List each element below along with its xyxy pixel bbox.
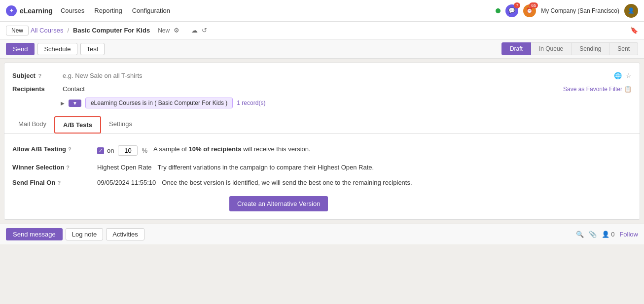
percent-input[interactable] — [118, 145, 138, 156]
ab-send-final-value: 09/05/2024 11:55:10 — [97, 179, 156, 186]
ab-tests-content: Allow A/B Testing ? ✓ on % A sample of 1… — [4, 134, 640, 219]
undo-icon[interactable]: ↺ — [202, 27, 207, 34]
save-icons: ☁ ↺ — [191, 27, 207, 34]
app-logo[interactable]: ✦ eLearning — [6, 5, 53, 16]
search-icon[interactable]: 🔍 — [576, 231, 584, 238]
allow-on-label: on — [107, 147, 114, 154]
nav-reporting[interactable]: Reporting — [94, 7, 122, 14]
status-in-queue[interactable]: In Queue — [531, 42, 572, 55]
recipients-row: Recipients Contact Save as Favorite Filt… — [12, 82, 632, 96]
follow-button[interactable]: Follow — [619, 231, 638, 238]
percent-sign: % — [142, 147, 147, 154]
sub-breadcrumb-new: New — [158, 27, 170, 34]
checkbox-checked-icon: ✓ — [97, 147, 104, 154]
bottom-right: 🔍 📎 👤 0 Follow — [576, 231, 638, 238]
top-navigation: ✦ eLearning Courses Reporting Configurat… — [0, 0, 644, 22]
subject-row: Subject ? 🌐 ☆ — [12, 69, 632, 82]
send-final-datetime[interactable]: 09/05/2024 11:55:10 — [97, 179, 156, 186]
filter-criteria: eLearning Courses is in ( Basic Computer… — [85, 98, 233, 108]
nav-configuration[interactable]: Configuration — [132, 7, 170, 14]
bottom-bar: Send message Log note Activities 🔍 📎 👤 0… — [0, 224, 644, 244]
save-filter[interactable]: Save as Favorite Filter 📋 — [563, 86, 632, 93]
create-alternative-version-button[interactable]: Create an Alternative Version — [229, 196, 328, 211]
logo-icon: ✦ — [6, 5, 17, 16]
main-content: Subject ? 🌐 ☆ Recipients Contact Save as… — [4, 63, 640, 220]
breadcrumb-separator: / — [67, 27, 69, 34]
status-draft[interactable]: Draft — [501, 42, 531, 55]
company-name: My Company (San Francisco) — [541, 7, 619, 14]
nav-courses[interactable]: Courses — [61, 7, 84, 14]
activity-count: 65 — [529, 2, 538, 8]
status-sending[interactable]: Sending — [572, 42, 609, 55]
star-icon[interactable]: ☆ — [626, 72, 632, 79]
ab-send-final-label: Send Final On ? — [12, 179, 91, 186]
send-message-button[interactable]: Send message — [6, 228, 63, 240]
recipients-label: Recipients — [12, 85, 57, 93]
followers-icon[interactable]: 👤 0 — [602, 231, 615, 238]
status-sent[interactable]: Sent — [609, 42, 638, 55]
log-note-button[interactable]: Log note — [66, 228, 104, 240]
ab-allow-help[interactable]: ? — [68, 146, 72, 152]
test-button[interactable]: Test — [80, 43, 105, 55]
tab-mail-body[interactable]: Mail Body — [10, 116, 54, 133]
recipients-value: Contact — [63, 85, 85, 93]
ab-winner-help[interactable]: ? — [66, 165, 70, 170]
filter-row: ▶ ▼ eLearning Courses is in ( Basic Comp… — [12, 96, 632, 110]
schedule-button[interactable]: Schedule — [37, 43, 77, 55]
tabs: Mail Body A/B Tests Settings — [4, 116, 640, 134]
record-count[interactable]: 1 record(s) — [237, 100, 265, 106]
activity-notification[interactable]: ⏰ 65 — [523, 4, 536, 17]
ab-allow-value: ✓ on % — [97, 145, 147, 156]
status-pipeline: Draft In Queue Sending Sent — [501, 42, 638, 55]
subject-label: Subject ? — [12, 72, 57, 79]
allow-ab-checkbox[interactable]: ✓ on — [97, 147, 114, 154]
ab-winner-label: Winner Selection ? — [12, 164, 91, 171]
breadcrumb-all-courses[interactable]: All Courses — [31, 27, 63, 34]
bookmark-icon[interactable]: 🔖 — [630, 27, 638, 34]
activities-button[interactable]: Activities — [106, 228, 144, 240]
subject-help[interactable]: ? — [38, 73, 42, 79]
ab-winner-value: Highest Open Rate — [97, 164, 152, 171]
filter-expand-icon[interactable]: ▶ — [61, 101, 65, 106]
app-name: eLearning — [20, 7, 53, 15]
filter-tag: ▼ — [69, 100, 81, 107]
form-area: Subject ? 🌐 ☆ Recipients Contact Save as… — [4, 63, 640, 116]
save-filter-icon: 📋 — [624, 86, 632, 93]
user-avatar[interactable]: 👤 — [624, 4, 638, 18]
attachment-icon[interactable]: 📎 — [589, 231, 597, 238]
ab-send-final-desc: Once the best version is identified, we … — [162, 179, 632, 186]
ab-send-final-row: Send Final On ? 09/05/2024 11:55:10 Once… — [12, 175, 632, 190]
globe-icon[interactable]: 🌐 — [614, 72, 622, 79]
send-button[interactable]: Send — [6, 43, 35, 55]
ab-send-final-help[interactable]: ? — [57, 180, 61, 186]
breadcrumb-bar: New All Courses / Basic Computer For Kid… — [0, 22, 644, 39]
tab-settings[interactable]: Settings — [101, 116, 140, 133]
ab-allow-desc: A sample of 10% of recipients will recei… — [153, 145, 632, 153]
chat-count: 7 — [514, 2, 520, 8]
action-bar: Send Schedule Test Draft In Queue Sendin… — [0, 39, 644, 59]
chat-notification[interactable]: 💬 7 — [505, 4, 518, 17]
breadcrumb-current: Basic Computer For Kids — [73, 27, 150, 34]
right-icons: 💬 7 ⏰ 65 My Company (San Francisco) 👤 — [496, 4, 638, 18]
tab-ab-tests[interactable]: A/B Tests — [54, 116, 101, 134]
settings-gear-icon[interactable]: ⚙ — [174, 27, 179, 34]
filter-icon: ▼ — [72, 101, 77, 106]
new-button[interactable]: New — [6, 26, 29, 35]
ab-winner-row: Winner Selection ? Highest Open Rate Try… — [12, 160, 632, 175]
winner-selection-value[interactable]: Highest Open Rate — [97, 164, 152, 171]
ab-allow-label: Allow A/B Testing ? — [12, 145, 91, 153]
ab-allow-row: Allow A/B Testing ? ✓ on % A sample of 1… — [12, 141, 632, 160]
cloud-save-icon[interactable]: ☁ — [191, 27, 198, 34]
ab-winner-desc: Try different variations in the campaign… — [158, 164, 632, 171]
online-status-dot — [496, 8, 501, 13]
nav-links: Courses Reporting Configuration — [61, 7, 170, 14]
subject-input[interactable] — [63, 72, 608, 79]
